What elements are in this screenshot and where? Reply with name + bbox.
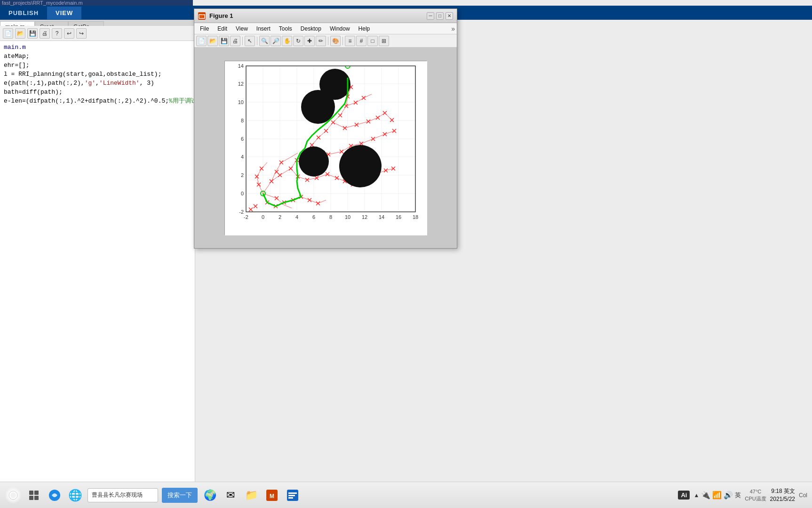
svg-rect-243 [288,497,293,499]
svg-text:12: 12 [362,214,367,220]
taskbar-clock: 9:18 英文 2021/5/22 [770,487,795,503]
figure-window-controls: ─ □ ✕ [427,12,453,20]
publish-tab[interactable]: PUBLISH [0,7,47,19]
menu-file[interactable]: File [196,24,213,33]
fig-pointer-btn[interactable]: ↖ [245,36,255,46]
toolbar-sep-4 [342,37,343,45]
fig-grid-btn[interactable]: # [356,36,366,46]
figure-title: Figure 1 [209,12,423,19]
svg-rect-242 [288,495,295,496]
taskbar: 🌐 曹县县长凡尔赛现场 搜索一下 🌍 ✉ 📁 M Ai ▲ � [0,482,812,508]
undo-btn[interactable]: ↩ [64,28,74,39]
minimize-btn[interactable]: ─ [427,12,434,20]
taskbar-deepin-icon[interactable] [46,487,63,504]
tray-language-icon: 英 [735,491,741,500]
tray-network-icon[interactable]: 🔌 [701,491,710,500]
menu-tools[interactable]: Tools [275,24,296,33]
svg-point-225 [301,90,335,124]
tray-volume-icon[interactable]: 🔊 [724,491,733,500]
menu-desktop[interactable]: Desktop [297,24,325,33]
figure-icon [198,12,206,20]
col-indicator: Col [799,492,807,499]
fig-pan-btn[interactable]: ✋ [282,36,292,46]
svg-text:-2: -2 [239,209,244,215]
fig-new-btn[interactable]: 📄 [196,36,207,46]
taskbar-matlab-icon[interactable]: M [263,487,280,504]
rrt-svg: 14 12 10 8 6 4 2 0 -2 -2 0 2 4 6 [225,61,427,235]
svg-text:-2: -2 [244,214,248,220]
svg-rect-233 [29,491,33,495]
code-editor[interactable]: main.m ateMap; ehr=[]; l = RRI_planning(… [0,41,195,482]
window-title: fast_projects\RRT_mycode\main.m [2,0,83,6]
fig-subplot-btn[interactable]: ⊞ [379,36,389,46]
svg-text:4: 4 [295,214,298,220]
menu-help[interactable]: Help [355,24,374,33]
figure-window: Figure 1 ─ □ ✕ File Edit View Insert Too… [194,8,457,249]
svg-rect-236 [34,496,39,500]
view-tab[interactable]: VIEW [47,7,81,19]
svg-rect-241 [288,492,297,494]
taskbar-task-view[interactable] [25,487,42,504]
fig-zoom-out-btn[interactable]: 🔎 [271,36,281,46]
fig-plot3d-btn[interactable]: □ [367,36,378,46]
code-line-3: ehr=[]; [4,61,191,70]
taskbar-search-box[interactable]: 曹县县长凡尔赛现场 [88,488,158,502]
help-btn[interactable]: ? [52,28,62,39]
plot-canvas: 14 12 10 8 6 4 2 0 -2 -2 0 2 4 6 [224,61,427,235]
close-btn[interactable]: ✕ [446,12,453,20]
taskbar-right: Ai ▲ 🔌 📶 🔊 英 47°C CPU温度 9:18 英文 2021/5/2… [678,487,807,503]
code-line-5: e(path(:,1),path(:,2),'g','LineWidth', 3… [4,79,191,88]
taskbar-browser-icon[interactable]: 🌐 [67,487,84,504]
taskbar-files-icon[interactable]: 📁 [243,487,260,504]
fig-zoom-in-btn[interactable]: 🔍 [259,36,270,46]
fig-brush-btn[interactable]: ✏ [316,36,326,46]
start-button[interactable] [5,487,22,504]
toolbar-sep-3 [328,37,328,45]
figure-toolbar: 📄 📂 💾 🖨 ↖ 🔍 🔎 ✋ ↻ ✚ ✏ 🎨 ≡ # □ ⊞ [194,34,457,48]
toolbar-sep-2 [257,37,257,45]
svg-text:10: 10 [238,99,244,105]
taskbar-search-text: 曹县县长凡尔赛现场 [92,491,143,499]
open-btn[interactable]: 📂 [15,28,25,39]
new-file-btn[interactable]: 📄 [3,28,13,39]
fig-print-btn[interactable]: 🖨 [230,36,240,46]
toolbar-sep-1 [242,37,243,45]
redo-btn[interactable]: ↪ [76,28,87,39]
fig-rotate-btn[interactable]: ↻ [293,36,303,46]
taskbar-search-btn[interactable]: 搜索一下 [162,488,198,503]
fig-datacursor-btn[interactable]: ✚ [304,36,315,46]
taskbar-ie-icon[interactable]: 🌍 [201,487,218,504]
fig-open-btn[interactable]: 📂 [207,36,218,46]
menu-insert[interactable]: Insert [253,24,274,33]
svg-text:14: 14 [379,214,384,220]
tray-arrow[interactable]: ▲ [693,492,699,499]
maximize-btn[interactable]: □ [436,12,444,20]
system-tray: ▲ 🔌 📶 🔊 英 [693,491,741,500]
code-line-4: l = RRI_planning(start,goal,obstacle_lis… [4,70,191,79]
menu-edit[interactable]: Edit [214,24,231,33]
svg-text:2: 2 [279,214,281,220]
svg-text:6: 6 [312,214,315,220]
fig-save-btn[interactable]: 💾 [219,36,229,46]
figure-titlebar: Figure 1 ─ □ ✕ [194,9,457,23]
menu-overflow[interactable]: » [451,25,455,32]
menu-window[interactable]: Window [326,24,354,33]
code-line-6: bath=diff(path); [4,88,191,97]
svg-text:2: 2 [241,172,244,178]
save-btn[interactable]: 💾 [27,28,38,39]
taskbar-mail-icon[interactable]: ✉ [222,487,239,504]
taskbar-extra-icon[interactable] [284,487,301,504]
menu-view[interactable]: View [232,24,252,33]
svg-text:14: 14 [238,63,244,69]
editor-toolbar: 📄 📂 💾 🖨 ? ↩ ↪ [0,26,195,41]
figure-menubar: File Edit View Insert Tools Desktop Wind… [194,23,457,34]
ai-badge[interactable]: Ai [678,491,690,500]
svg-rect-235 [29,496,33,500]
fig-colormap-btn[interactable]: 🎨 [330,36,341,46]
svg-text:8: 8 [241,118,244,123]
fig-legend-btn[interactable]: ≡ [345,36,355,46]
title-bar: fast_projects\RRT_mycode\main.m [0,0,193,6]
svg-text:4: 4 [241,154,244,160]
tray-wifi-icon[interactable]: 📶 [712,491,722,500]
print-btn[interactable]: 🖨 [40,28,50,39]
